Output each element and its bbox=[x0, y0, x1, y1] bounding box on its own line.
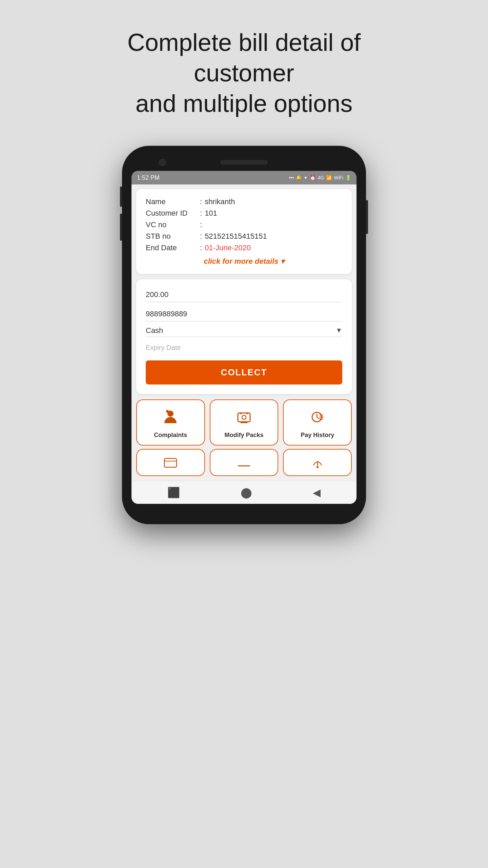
pay-history-button[interactable]: Pay History bbox=[283, 399, 352, 446]
amount-input[interactable] bbox=[146, 288, 342, 302]
stb-no-row: STB no : 521521515415151 bbox=[146, 232, 342, 241]
phone-input[interactable] bbox=[146, 307, 342, 321]
svg-rect-3 bbox=[241, 422, 247, 423]
pay-history-label: Pay History bbox=[301, 432, 334, 439]
name-value: shrikanth bbox=[205, 197, 235, 206]
4g-icon: 4G bbox=[318, 175, 324, 180]
svg-point-1 bbox=[166, 410, 169, 413]
stb-no-label: STB no bbox=[146, 232, 200, 241]
dropdown-arrow-icon: ▼ bbox=[336, 327, 342, 334]
svg-point-4 bbox=[242, 415, 246, 419]
bluetooth-icon: ✦ bbox=[304, 175, 308, 180]
complaints-button[interactable]: Complaints bbox=[136, 399, 205, 446]
customer-id-label: Customer ID bbox=[146, 209, 200, 218]
vc-no-row: VC no : bbox=[146, 220, 342, 229]
payment-card: Cash Online Card ▼ Expiry Date COLLECT bbox=[136, 279, 352, 394]
action6-button[interactable] bbox=[283, 449, 352, 476]
svg-line-9 bbox=[317, 417, 319, 419]
phone-mockup: 1:52 PM ••• 🔔 ✦ ⏰ 4G 📶 WiFi 🔋 Name bbox=[122, 146, 366, 524]
bell-icon: 🔔 bbox=[296, 175, 302, 180]
action4-icon bbox=[164, 456, 177, 471]
action5-icon bbox=[237, 456, 251, 471]
status-time: 1:52 PM bbox=[137, 174, 160, 181]
notification-icon: ••• bbox=[289, 175, 294, 180]
action4-button[interactable] bbox=[136, 449, 205, 476]
modify-packs-icon bbox=[236, 409, 252, 428]
collect-button[interactable]: COLLECT bbox=[146, 360, 342, 384]
vol-down-button bbox=[120, 214, 122, 241]
phone-screen: 1:52 PM ••• 🔔 ✦ ⏰ 4G 📶 WiFi 🔋 Name bbox=[131, 171, 357, 504]
svg-rect-2 bbox=[238, 413, 250, 422]
battery-icon: 🔋 bbox=[345, 175, 351, 180]
screen-content: Name : shrikanth Customer ID : 101 VC no… bbox=[131, 184, 357, 481]
name-label: Name bbox=[146, 197, 200, 206]
customer-id-value: 101 bbox=[205, 209, 217, 218]
complaints-label: Complaints bbox=[154, 432, 187, 439]
expiry-date-placeholder[interactable]: Expiry Date bbox=[146, 342, 342, 354]
svg-rect-13 bbox=[164, 458, 177, 467]
nav-back-button[interactable]: ◀ bbox=[313, 487, 321, 498]
action6-icon bbox=[311, 456, 324, 471]
nav-bar: ⬛ ⬤ ◀ bbox=[131, 481, 357, 504]
end-date-row: End Date : 01-June-2020 bbox=[146, 243, 342, 252]
status-bar: 1:52 PM ••• 🔔 ✦ ⏰ 4G 📶 WiFi 🔋 bbox=[131, 171, 357, 184]
modify-packs-label: Modify Packs bbox=[224, 432, 263, 439]
power-button bbox=[366, 200, 368, 234]
vc-no-label: VC no bbox=[146, 220, 200, 229]
action-buttons-row2 bbox=[136, 449, 352, 476]
page-title: Complete bill detail of customer and mul… bbox=[92, 27, 396, 119]
phone-top-bar bbox=[131, 155, 357, 171]
front-camera bbox=[159, 159, 166, 166]
signal-icon: 📶 bbox=[326, 175, 332, 180]
vol-up-button bbox=[120, 186, 122, 207]
customer-id-row: Customer ID : 101 bbox=[146, 209, 342, 218]
modify-packs-button[interactable]: Modify Packs bbox=[210, 399, 279, 446]
end-date-label: End Date bbox=[146, 243, 200, 252]
payment-type-select[interactable]: Cash Online Card bbox=[146, 326, 336, 335]
nav-home-button[interactable]: ⬤ bbox=[241, 487, 252, 498]
action5-button[interactable] bbox=[210, 449, 279, 476]
nav-square-button[interactable]: ⬛ bbox=[167, 487, 180, 498]
wifi-icon: WiFi bbox=[334, 175, 343, 180]
svg-point-16 bbox=[317, 466, 319, 468]
status-icons: ••• 🔔 ✦ ⏰ 4G 📶 WiFi 🔋 bbox=[289, 175, 351, 180]
stb-no-value: 521521515415151 bbox=[205, 232, 267, 241]
phone-speaker bbox=[220, 160, 268, 165]
complaints-icon bbox=[162, 409, 179, 428]
payment-type-row: Cash Online Card ▼ bbox=[146, 326, 342, 337]
click-more-details[interactable]: click for more details ▾ bbox=[146, 257, 342, 266]
alarm-icon: ⏰ bbox=[310, 175, 316, 180]
name-row: Name : shrikanth bbox=[146, 197, 342, 206]
end-date-value: 01-June-2020 bbox=[205, 243, 251, 252]
action-buttons-row1: Complaints bbox=[136, 399, 352, 446]
customer-info-card: Name : shrikanth Customer ID : 101 VC no… bbox=[136, 189, 352, 274]
pay-history-icon bbox=[309, 409, 326, 428]
